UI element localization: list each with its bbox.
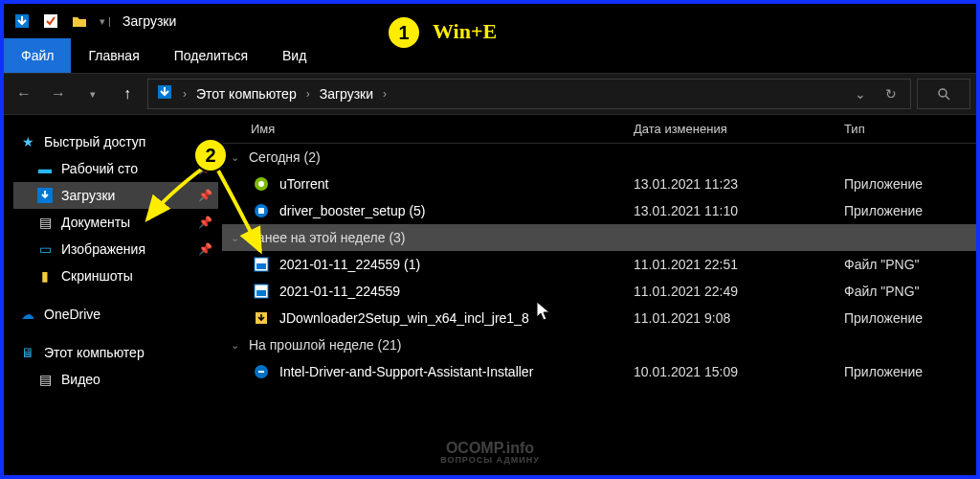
group-header-today[interactable]: ⌄ Сегодня (2) [222, 144, 976, 171]
app-icon [13, 12, 31, 30]
nav-up-button[interactable]: ↑ [113, 80, 142, 108]
chevron-right-icon[interactable]: › [179, 87, 190, 101]
folder-icon: ▮ [36, 267, 54, 285]
sidebar: ★ Быстрый доступ ▬ Рабочий сто 📌 Загрузк… [4, 115, 222, 475]
computer-icon: 🖥 [19, 344, 36, 361]
chevron-down-icon: ⌄ [226, 151, 243, 164]
star-icon: ★ [19, 133, 36, 150]
app-icon [251, 202, 272, 219]
breadcrumb-root[interactable]: Этот компьютер [196, 86, 297, 102]
watermark-main: OCOMP.info [440, 440, 540, 457]
qat-save-icon[interactable] [42, 12, 59, 30]
qat-folder-icon[interactable] [71, 12, 88, 30]
sidebar-item-desktop[interactable]: ▬ Рабочий сто 📌 [13, 155, 218, 182]
chevron-right-icon[interactable]: › [302, 87, 314, 101]
file-name: driver_booster_setup (5) [279, 203, 634, 218]
svg-rect-13 [256, 290, 266, 296]
group-header-last-week[interactable]: ⌄ На прошлой неделе (21) [222, 331, 976, 358]
tab-file[interactable]: Файл [4, 38, 71, 73]
sidebar-item-videos[interactable]: ▤ Видео [13, 366, 218, 393]
group-label: На прошлой неделе (21) [249, 337, 401, 353]
group-header-earlier-week[interactable]: ⌄ Ранее на этой неделе (3) [222, 224, 976, 251]
file-date: 11.01.2021 22:49 [634, 284, 844, 299]
image-icon [251, 256, 272, 273]
sidebar-item-label: Этот компьютер [44, 345, 145, 360]
file-row[interactable]: 2021-01-11_224559 11.01.2021 22:49 Файл … [222, 278, 976, 305]
app-icon [251, 363, 272, 380]
sidebar-item-label: Рабочий сто [61, 161, 138, 176]
sidebar-item-screenshots[interactable]: ▮ Скриншоты [13, 262, 218, 289]
column-headers: Имя Дата изменения Тип [222, 115, 976, 144]
refresh-icon[interactable]: ↻ [880, 86, 902, 102]
file-row[interactable]: driver_booster_setup (5) 13.01.2021 11:1… [222, 197, 976, 224]
qat-divider: ▾ | [100, 15, 111, 28]
address-bar[interactable]: › Этот компьютер › Загрузки › ⌄ ↻ [147, 79, 911, 109]
search-icon [937, 87, 950, 101]
file-type: Приложение [844, 203, 976, 218]
videos-icon: ▤ [36, 371, 54, 388]
file-row[interactable]: Intel-Driver-and-Support-Assistant-Insta… [222, 358, 976, 385]
file-date: 13.01.2021 11:10 [634, 203, 844, 218]
file-type: Файл "PNG" [844, 284, 976, 299]
app-icon [251, 175, 272, 193]
annotation-label-1: Win+E [433, 19, 497, 44]
cursor-icon [536, 301, 553, 322]
svg-point-3 [939, 89, 947, 97]
downloads-icon [156, 83, 173, 104]
svg-point-7 [258, 181, 264, 187]
main-area: ★ Быстрый доступ ▬ Рабочий сто 📌 Загрузк… [4, 115, 976, 475]
file-date: 11.01.2021 22:51 [634, 257, 844, 272]
watermark: OCOMP.info ВОПРОСЫ АДМИНУ [440, 440, 540, 466]
pin-icon: 📌 [198, 189, 212, 202]
sidebar-item-label: Загрузки [61, 188, 115, 203]
sidebar-item-label: OneDrive [44, 307, 100, 322]
group-label: Сегодня (2) [249, 149, 321, 165]
navbar: ← → ▾ ↑ › Этот компьютер › Загрузки › ⌄ … [4, 73, 976, 115]
file-row[interactable]: 2021-01-11_224559 (1) 11.01.2021 22:51 Ф… [222, 251, 976, 278]
pin-icon: 📌 [198, 216, 212, 229]
chevron-down-icon: ⌄ [226, 339, 243, 352]
chevron-down-icon: ⌄ [226, 232, 243, 244]
breadcrumb-folder[interactable]: Загрузки [320, 86, 373, 102]
column-type[interactable]: Тип [844, 122, 976, 136]
desktop-icon: ▬ [36, 160, 54, 177]
file-type: Файл "PNG" [844, 257, 976, 272]
sidebar-item-downloads[interactable]: Загрузки 📌 [13, 182, 218, 209]
nav-forward-button[interactable]: → [44, 80, 73, 108]
file-type: Приложение [844, 310, 976, 326]
file-name: 2021-01-11_224559 (1) [279, 257, 634, 272]
tab-view[interactable]: Вид [265, 38, 323, 73]
column-date[interactable]: Дата изменения [634, 122, 844, 136]
sidebar-item-onedrive[interactable]: ☁ OneDrive [13, 301, 218, 328]
image-icon [251, 283, 272, 300]
sidebar-item-label: Быстрый доступ [44, 134, 145, 149]
app-icon [251, 309, 272, 327]
file-row[interactable]: uTorrent 13.01.2021 11:23 Приложение [222, 171, 976, 197]
chevron-down-icon[interactable]: ⌄ [849, 86, 872, 102]
annotation-badge-1: 1 [387, 15, 421, 50]
search-input[interactable] [917, 79, 970, 109]
onedrive-icon: ☁ [19, 306, 36, 323]
file-name: uTorrent [279, 176, 634, 192]
sidebar-item-label: Скриншоты [61, 268, 133, 284]
sidebar-item-documents[interactable]: ▤ Документы 📌 [13, 209, 218, 236]
file-name: 2021-01-11_224559 [279, 284, 634, 299]
tab-share[interactable]: Поделиться [157, 38, 265, 73]
file-row[interactable]: JDownloader2Setup_win_x64_incl_jre1_8 11… [222, 305, 976, 331]
chevron-right-icon[interactable]: › [379, 87, 390, 101]
sidebar-item-label: Документы [61, 215, 130, 230]
sidebar-item-pictures[interactable]: ▭ Изображения 📌 [13, 236, 218, 262]
nav-recent-button[interactable]: ▾ [78, 80, 107, 108]
svg-line-4 [946, 96, 949, 100]
sidebar-item-label: Видео [61, 372, 100, 387]
file-name: Intel-Driver-and-Support-Assistant-Insta… [279, 364, 634, 379]
tab-home[interactable]: Главная [71, 38, 156, 73]
nav-back-button[interactable]: ← [10, 80, 38, 108]
file-type: Приложение [844, 364, 976, 379]
sidebar-item-thispc[interactable]: 🖥 Этот компьютер [13, 339, 218, 366]
sidebar-item-quick-access[interactable]: ★ Быстрый доступ [13, 128, 218, 155]
downloads-icon [36, 187, 54, 204]
documents-icon: ▤ [36, 214, 54, 231]
column-name[interactable]: Имя [251, 122, 634, 136]
pin-icon: 📌 [198, 242, 212, 256]
